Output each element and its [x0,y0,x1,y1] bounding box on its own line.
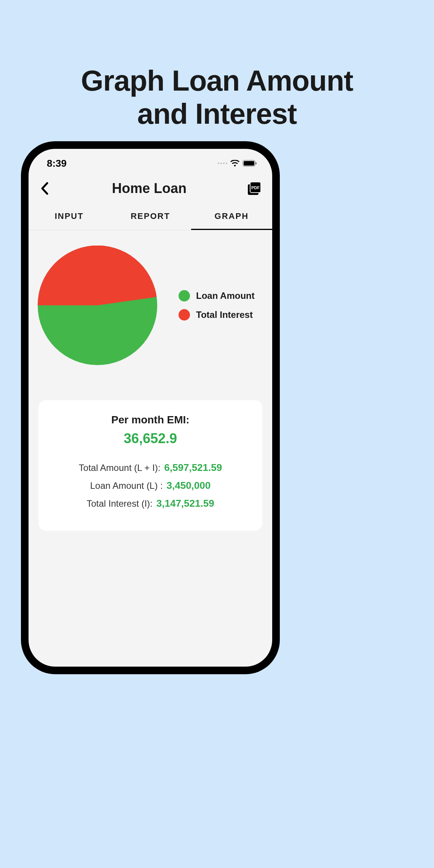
emi-value: 36,652.9 [46,431,255,447]
pie-chart [38,246,157,365]
wifi-icon [230,160,239,167]
tab-input[interactable]: INPUT [29,204,110,230]
battery-icon [243,160,257,167]
pdf-export-button[interactable]: PDF [246,180,262,197]
phone-screen: 8:39 [29,149,272,667]
loan-amount-label: Loan Amount (L) : [90,480,163,491]
page-title: Home Loan [53,180,246,196]
emi-label: Per month EMI: [46,414,255,426]
tabs: INPUT REPORT GRAPH [29,204,272,230]
summary-row-loan-amount: Loan Amount (L) : 3,450,000 [46,480,255,491]
legend-item-total-interest: Total Interest [179,309,255,321]
nav-bar: Home Loan PDF [29,173,272,204]
chevron-left-icon [41,182,48,195]
total-amount-value: 6,597,521.59 [164,462,222,474]
tab-report[interactable]: REPORT [110,204,191,230]
summary-row-total-interest: Total Interest (I): 3,147,521.59 [46,498,255,509]
legend-item-loan-amount: Loan Amount [179,290,255,302]
legend-label-loan-amount: Loan Amount [196,290,255,301]
promo-title: Graph Loan Amount and Interest [0,0,434,131]
chart-legend: Loan Amount Total Interest [179,290,255,321]
total-amount-label: Total Amount (L + I): [79,463,161,473]
total-interest-value: 3,147,521.59 [156,498,214,509]
summary-row-total-amount: Total Amount (L + I): 6,597,521.59 [46,462,255,474]
total-interest-label: Total Interest (I): [86,498,152,509]
summary-card: Per month EMI: 36,652.9 Total Amount (L … [38,400,262,531]
signal-dots-icon [218,163,227,164]
tab-graph[interactable]: GRAPH [191,204,272,230]
legend-swatch-total-interest [179,309,190,321]
phone-frame: 8:39 [21,141,280,674]
svg-rect-2 [255,162,257,164]
pdf-icon: PDF [246,181,262,196]
status-bar: 8:39 [29,149,272,173]
back-button[interactable] [36,180,53,197]
status-time: 8:39 [47,158,67,169]
legend-label-total-interest: Total Interest [196,310,253,320]
svg-text:PDF: PDF [251,185,260,190]
svg-rect-1 [244,161,254,166]
legend-swatch-loan-amount [179,290,190,302]
chart-section: Loan Amount Total Interest [29,230,272,365]
status-right [218,160,257,167]
loan-amount-value: 3,450,000 [167,480,211,491]
